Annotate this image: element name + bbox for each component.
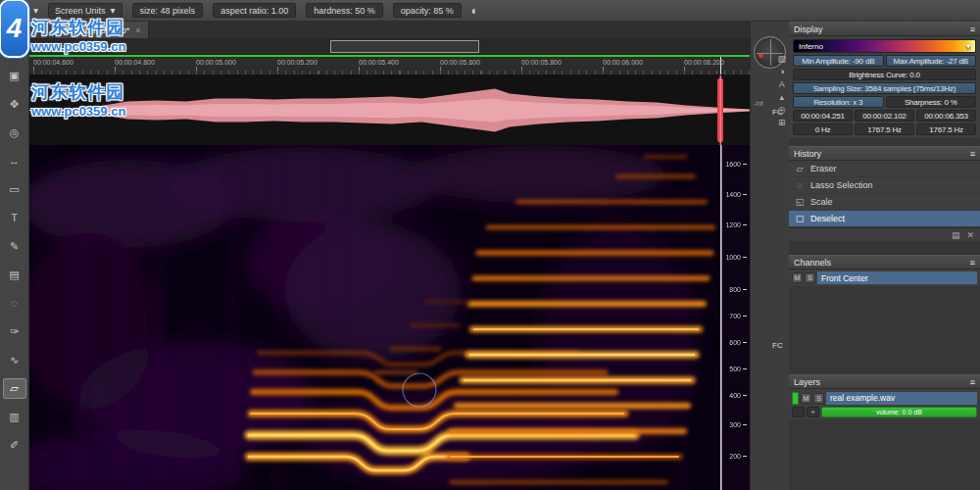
tools-sidebar: ▸ ▣ ✥ ◎ ↔ ▭ T ✎ ▤ ◌ ✑ ∿	[0, 22, 29, 490]
channel-row[interactable]: M S Front Center	[789, 270, 980, 286]
time-ruler[interactable]: 00:00:04.60000:00:04.80000:00:05.00000:0…	[29, 57, 750, 75]
history-item-lasso-selection[interactable]: ◌ Lasso Selection	[789, 177, 980, 194]
frequency-tick-label: 1600	[725, 161, 747, 168]
close-icon[interactable]: ×	[42, 25, 47, 35]
opacity-field[interactable]: opacity: 85 %	[393, 3, 462, 18]
pointer-tool[interactable]: ▸	[3, 37, 26, 58]
volume-bar[interactable]: volume: 0.0 dB	[821, 407, 977, 417]
ruler-tick-label: 00:00:04.800	[115, 59, 155, 66]
channels-panel-header[interactable]: Channels ≡	[789, 255, 980, 270]
layer-color-swatch[interactable]	[792, 392, 799, 405]
right-gutter: -inf FC FC ▧◑A▴◷⊞	[750, 22, 789, 490]
history-item-icon: ▱	[795, 164, 805, 173]
tab-real-example[interactable]: real example.slp* ×	[55, 22, 148, 38]
contrast-icon[interactable]: ◐	[471, 4, 478, 18]
tab-document-1[interactable]: ×	[29, 22, 55, 38]
waveform-graphic	[29, 75, 750, 145]
menu-icon[interactable]: ≡	[970, 377, 975, 387]
display-panel-body: Inferno ▾ Min Amplitude: -90 dB Max Ampl…	[789, 36, 980, 138]
menu-icon[interactable]: ≡	[970, 149, 975, 159]
time-field[interactable]: 00:00:06.353	[916, 110, 976, 122]
marquee-select-tool[interactable]: ▭	[3, 179, 26, 200]
ruler-tick-label: 00:00:05.800	[521, 59, 562, 66]
eyedropper-tool[interactable]: ✐	[3, 435, 26, 456]
text-tool[interactable]: T	[3, 208, 26, 228]
sharpness-field[interactable]: Sharpness: 0 %	[886, 96, 977, 108]
tool-icon: ▸	[12, 42, 18, 53]
history-panel-header[interactable]: History ≡	[789, 146, 980, 161]
delete-icon[interactable]: ✕	[966, 230, 974, 240]
size-field[interactable]: size: 48 pixels	[132, 3, 204, 18]
mute-button[interactable]: M	[801, 393, 811, 404]
brush-tool[interactable]: ✑	[3, 321, 26, 342]
document-tabbar: × real example.slp* ×	[29, 22, 750, 39]
solo-button[interactable]: S	[805, 272, 815, 283]
waveform-db-label: -inf	[754, 100, 763, 107]
visible-range-box[interactable]	[330, 40, 479, 53]
history-item-label: Deselect	[810, 214, 845, 223]
tool-icon: ▱	[10, 383, 18, 394]
history-panel-title: History	[794, 149, 821, 159]
history-item-scale[interactable]: ◱ Scale	[789, 194, 980, 211]
display-tool[interactable]: ▣	[3, 66, 26, 86]
brightness-curve-field[interactable]: Brightness Curve: 0.0	[793, 69, 976, 80]
colormap-value: Inferno	[799, 42, 823, 51]
smudge-tool[interactable]: ∿	[3, 350, 26, 370]
right-panel: Display ≡ Inferno ▾ Min Amplitude: -90 d…	[789, 22, 980, 490]
layer-row[interactable]: M S real example.wav	[789, 389, 980, 405]
eraser-tool[interactable]: ▱	[3, 378, 26, 399]
tool-icon: ✐	[10, 440, 19, 451]
mute-button[interactable]: M	[792, 272, 803, 283]
display-panel-header[interactable]: Display ≡	[789, 22, 980, 36]
lasso-select-tool[interactable]: ◌	[3, 293, 26, 314]
layers-panel-header[interactable]: Layers ≡	[789, 374, 980, 389]
history-item-icon: ◱	[795, 197, 805, 207]
frequency-tick-label: 600	[729, 339, 747, 346]
solo-button[interactable]: S	[813, 393, 824, 404]
sampling-size-field[interactable]: Sampling Size: 3584 samples (75ms/13Hz)	[793, 82, 976, 94]
preset-dropdown-icon[interactable]: ▾	[33, 5, 38, 16]
history-item-label: Lasso Selection	[810, 180, 873, 190]
zoom-tool[interactable]: ◎	[3, 122, 26, 143]
ruler-tick-label: 00:00:05.000	[196, 59, 236, 66]
min-amplitude-field[interactable]: Min Amplitude: -90 dB	[793, 55, 884, 67]
hand-tool[interactable]: ✥	[3, 94, 26, 115]
spectrogram-view[interactable]: 1600140012001000800700600500400300200	[29, 145, 750, 490]
colormap-select[interactable]: Inferno ▾	[793, 39, 976, 53]
clone-tool[interactable]: ▥	[3, 407, 26, 427]
menu-icon[interactable]: ≡	[970, 258, 975, 268]
timeline-overview[interactable]	[29, 39, 750, 55]
waveform-view[interactable]	[29, 75, 750, 145]
max-amplitude-field[interactable]: Max Amplitude: -27 dB	[886, 55, 977, 67]
hardness-field[interactable]: hardness: 50 %	[306, 3, 383, 18]
menu-icon[interactable]: ≡	[970, 24, 975, 34]
time-field[interactable]: 00:00:02.102	[855, 110, 914, 122]
resolution-field[interactable]: Resolution: x 3	[793, 96, 884, 108]
units-select[interactable]: Screen Units ▾	[48, 3, 122, 18]
move-horizontal-tool[interactable]: ↔	[3, 151, 26, 172]
tool-icon: ▣	[9, 71, 19, 81]
units-select-value: Screen Units	[55, 6, 106, 16]
time-field[interactable]: 00:00:04.251	[793, 110, 853, 122]
snapshot-icon[interactable]: ▤	[952, 230, 960, 240]
pencil-tool[interactable]: ✎	[3, 236, 26, 257]
tool-icon: ✎	[10, 241, 19, 252]
frequency-range-icon: ⊞	[778, 119, 786, 127]
ruler-tick-label: 00:00:06.200	[684, 59, 724, 66]
frequency-field[interactable]: 1767.5 Hz	[916, 123, 976, 135]
frequency-field[interactable]: 1767.5 Hz	[855, 123, 914, 135]
history-item-deselect[interactable]: ▢ Deselect	[789, 211, 980, 227]
add-icon[interactable]: +	[807, 407, 819, 417]
aspect-ratio-field[interactable]: aspect ratio: 1.00	[213, 3, 296, 18]
frequency-tick-label: 1200	[725, 221, 747, 228]
layer-thumbnail[interactable]	[792, 407, 805, 417]
tool-icon: ◎	[10, 127, 20, 138]
band-select-tool[interactable]: ▤	[3, 265, 26, 285]
close-icon[interactable]: ×	[135, 25, 140, 35]
display-row-icons: ▧◑A▴◷⊞	[777, 55, 786, 127]
frequency-field[interactable]: 0 Hz	[793, 123, 853, 135]
history-item-eraser[interactable]: ▱ Eraser	[789, 161, 980, 177]
spectral-editor-app: ▾ Screen Units ▾ size: 48 pixelsaspect r…	[0, 0, 980, 490]
history-footer: ▤✕	[789, 227, 980, 241]
tool-icon: ▥	[9, 412, 19, 422]
